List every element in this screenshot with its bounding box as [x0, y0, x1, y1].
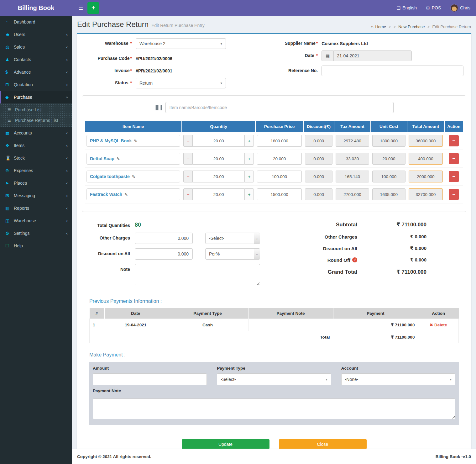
- remove-item-button[interactable]: −: [449, 135, 459, 146]
- quantity-decrease-button[interactable]: −: [183, 188, 193, 200]
- purchase-price-input[interactable]: [257, 135, 302, 147]
- payment-note-textarea[interactable]: [93, 398, 455, 419]
- discount-type-select[interactable]: Per% ⌄: [205, 248, 260, 260]
- sidebar-item-purchase[interactable]: ◆ Purchase ‹: [0, 91, 72, 103]
- user-menu[interactable]: Chris: [450, 4, 470, 12]
- remove-item-button[interactable]: −: [449, 171, 459, 182]
- item-name-link[interactable]: Colgate toothpaste: [90, 174, 130, 179]
- quantity-increase-button[interactable]: +: [244, 135, 254, 147]
- invoice-value: #PR/2021/02/0001: [136, 66, 172, 73]
- sidebar-item-purchase-list[interactable]: ☰ Purchase List: [0, 104, 72, 115]
- edit-icon[interactable]: ✎: [134, 139, 137, 143]
- quantity-decrease-button[interactable]: −: [183, 153, 193, 165]
- quantity-input[interactable]: [193, 188, 244, 200]
- purchase-price-input[interactable]: [257, 188, 302, 200]
- quantity-increase-button[interactable]: +: [244, 171, 254, 182]
- footer: Copyright © 2021 All rights reserved. Bi…: [72, 449, 476, 464]
- quantity-increase-button[interactable]: +: [244, 188, 254, 200]
- chevron-left-icon: ‹: [66, 45, 68, 50]
- sidebar-item-reports[interactable]: ▥ Reports ‹: [0, 202, 72, 214]
- quick-add-button[interactable]: +: [87, 2, 99, 14]
- date-input[interactable]: [333, 50, 412, 61]
- quantity-increase-button[interactable]: +: [244, 153, 254, 165]
- warehouse-value: Warehouse 2: [139, 41, 165, 46]
- item-row: Dettol Soap✎ −+ −: [85, 150, 463, 168]
- tax-amount-input: [336, 153, 369, 165]
- app-logo: Billing Book: [0, 0, 72, 16]
- total-quantities-value: 80: [135, 220, 141, 228]
- item-name-link[interactable]: Fastrack Watch: [90, 192, 122, 197]
- quantity-input[interactable]: [193, 171, 244, 182]
- sidebar-item-messaging[interactable]: ✉ Messaging ‹: [0, 189, 72, 202]
- edit-icon[interactable]: ✎: [124, 192, 128, 197]
- sidebar-item-sales[interactable]: ⚖ Sales ‹: [0, 41, 72, 53]
- pos-button[interactable]: ⊞ POS: [426, 5, 441, 10]
- note-textarea[interactable]: [135, 264, 260, 285]
- trash-icon: ✖: [430, 322, 433, 327]
- col-payment-note: Payment Note: [248, 308, 333, 319]
- update-button[interactable]: Update: [182, 439, 269, 449]
- quantity-decrease-button[interactable]: −: [183, 171, 193, 182]
- purchase-price-input[interactable]: [257, 153, 302, 165]
- purchase-submenu: ☰ Purchase List ☰ Purchase Returns List: [0, 103, 72, 127]
- payment-type-select[interactable]: -Select- ▾: [217, 373, 331, 385]
- sidebar-item-warehouse[interactable]: ◫ Warehouse ‹: [0, 214, 72, 227]
- chevron-left-icon: ‹: [66, 231, 68, 236]
- close-button[interactable]: Close: [279, 439, 367, 449]
- item-name-link[interactable]: PHP & MySQL Book: [90, 138, 132, 143]
- discount-on-all-label: Discount on All: [85, 248, 135, 256]
- item-row: Colgate toothpaste✎ −+ −: [85, 168, 463, 186]
- amount-input[interactable]: [93, 373, 207, 385]
- quantity-decrease-button[interactable]: −: [183, 135, 193, 147]
- edit-icon[interactable]: ✎: [117, 156, 120, 161]
- language-menu[interactable]: ❏ English: [397, 5, 417, 10]
- sidebar-item-stock[interactable]: ⌛ Stock ‹: [0, 152, 72, 164]
- remove-item-button[interactable]: −: [449, 153, 459, 164]
- sidebar-item-purchase-returns-list[interactable]: ☰ Purchase Returns List: [0, 115, 72, 126]
- book-icon: ❒: [5, 243, 14, 248]
- sidebar-item-quotation[interactable]: ⊞ Quotation ‹: [0, 78, 72, 91]
- calendar-plus-icon: ⊞: [5, 82, 14, 87]
- page-subtitle: Edit Return Purchase Entry: [151, 23, 205, 28]
- account-select[interactable]: -None- ▾: [341, 373, 455, 385]
- item-search-input[interactable]: [165, 102, 394, 113]
- purchase-price-input[interactable]: [257, 171, 302, 182]
- breadcrumb-new-purchase[interactable]: New Purchase: [398, 24, 425, 29]
- quantity-input[interactable]: [193, 153, 244, 165]
- sidebar-item-contacts[interactable]: ♟ Contacts ‹: [0, 53, 72, 66]
- hamburger-menu-icon[interactable]: ☰: [74, 5, 87, 11]
- info-icon[interactable]: i: [352, 257, 357, 262]
- edit-icon[interactable]: ✎: [132, 174, 135, 179]
- other-charges-select[interactable]: -Select- ⌄: [205, 233, 260, 244]
- delete-payment-link[interactable]: ✖Delete: [430, 322, 447, 327]
- copyright-text: Copyright © 2021 All rights reserved.: [77, 454, 151, 459]
- make-payment-heading: Make Payment :: [89, 352, 459, 358]
- status-select[interactable]: Return ▾: [136, 78, 226, 88]
- chevron-left-icon: ‹: [66, 32, 68, 37]
- other-charges-input[interactable]: [135, 233, 193, 244]
- sidebar-item-accounts[interactable]: ▦ Accounts ‹: [0, 127, 72, 139]
- chevron-down-icon: ⌄: [254, 233, 260, 244]
- warehouse-select[interactable]: Warehouse 2 ▾: [136, 38, 226, 49]
- sidebar-item-items[interactable]: ❖ Items ‹: [0, 139, 72, 152]
- sidebar-item-users[interactable]: ☻ Users ‹: [0, 28, 72, 41]
- item-name-link[interactable]: Dettol Soap: [90, 156, 114, 161]
- navbar-right: ❏ English ⊞ POS Chris: [397, 0, 476, 16]
- sidebar-item-dashboard[interactable]: ◔ Dashboard: [0, 16, 72, 28]
- items-table-header: Item Name Quantity Purchase Price Discou…: [85, 121, 463, 132]
- top-navbar: Billing Book ☰ + ❏ English ⊞ POS Chris: [0, 0, 476, 16]
- chevron-left-icon: ‹: [66, 156, 68, 161]
- sidebar-item-advance[interactable]: $ Advance ‹: [0, 66, 72, 78]
- other-charges-label: Other Charges: [85, 233, 135, 240]
- sidebar-item-help[interactable]: ❒ Help: [0, 240, 72, 252]
- chevron-left-icon: ‹: [66, 82, 68, 87]
- sidebar-item-places[interactable]: ➤ Places ‹: [0, 177, 72, 189]
- reference-no-input[interactable]: [322, 66, 463, 76]
- sidebar-item-expenses[interactable]: ⊖ Expenses ‹: [0, 164, 72, 177]
- sidebar-item-settings[interactable]: ⚙ Settings ‹: [0, 227, 72, 240]
- discount-on-all-input[interactable]: [135, 248, 193, 260]
- remove-item-button[interactable]: −: [449, 189, 459, 200]
- quantity-input[interactable]: [193, 135, 244, 147]
- breadcrumb-home[interactable]: ⌂ Home: [371, 24, 386, 29]
- supplier-name-value: Cosmex Suppliers Ltd: [322, 38, 368, 46]
